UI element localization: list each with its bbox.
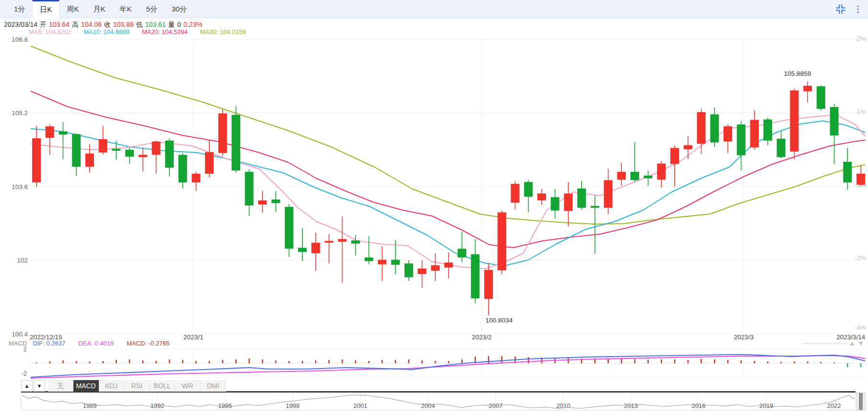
candle-body (418, 268, 427, 274)
candle-body (99, 139, 107, 153)
indicator-tab-RSI[interactable]: RSI (124, 380, 150, 392)
candle-body (763, 119, 772, 141)
candle-body (351, 240, 360, 244)
candle-body (112, 149, 120, 151)
quote-label: 收 (104, 21, 111, 28)
candle-body (617, 172, 626, 179)
macd-title: MACD (9, 340, 27, 347)
candle-body (205, 152, 214, 174)
quote-value: 104.06 (81, 21, 102, 28)
candle-body (218, 113, 227, 153)
period-tab-周K[interactable]: 周K (59, 0, 86, 18)
more-menu-icon[interactable]: ⋮ (854, 3, 862, 15)
macd-value: DEA: 0.4019 (78, 340, 114, 347)
quote-label: 高 (72, 21, 79, 28)
pct-axis-label: -4% (855, 324, 866, 331)
candle-body (790, 90, 798, 152)
candle-body (591, 206, 599, 208)
indicator-tab-MACD[interactable]: MACD (73, 380, 99, 392)
ma-value: MA30: 104.0159 (200, 28, 246, 36)
date-axis-label: 2023/3/14 (836, 334, 866, 341)
candle-body (577, 189, 586, 208)
macd-axis-label: -2 (21, 370, 27, 377)
indicator-down-button[interactable]: ▼ (34, 380, 45, 392)
candle-body (856, 174, 865, 185)
indicator-tab-无[interactable]: 无 (48, 380, 73, 392)
candle-body (298, 248, 307, 252)
quote-value: 103.64 (49, 21, 70, 28)
candle-body (245, 172, 253, 205)
candle-body (644, 176, 653, 179)
scroll-right-triangle (858, 342, 863, 346)
candle-body (165, 141, 174, 168)
candle-body (817, 86, 825, 109)
period-tab-年K[interactable]: 年K (112, 0, 139, 18)
quote-label: 量 (168, 21, 175, 28)
candle-body (404, 263, 413, 277)
period-tab-5分[interactable]: 5分 (139, 0, 164, 18)
indicator-tab-BOLL[interactable]: BOLL (150, 380, 175, 392)
price-axis-label: 106.8 (12, 36, 28, 43)
ma-value: MA20: 104.5394 (142, 28, 188, 36)
period-tab-bar: 1分日K周K月K年K5分30分 ⋮ (0, 0, 868, 18)
candle-body (498, 212, 506, 270)
timeline-year-label: 1998 (286, 402, 300, 409)
candle-body (697, 112, 706, 143)
quote-label: 开 (40, 21, 47, 28)
ma-values-row: MA5: 104.6202MA10: 104.6889MA20: 104.539… (29, 28, 258, 36)
period-tab-1分[interactable]: 1分 (7, 0, 32, 18)
candle-body (737, 124, 746, 155)
macd-value: DIF: 0.2637 (33, 340, 65, 347)
date-axis-label: 2023/3 (734, 334, 753, 341)
timeline-scrollbar-thumb[interactable] (859, 393, 863, 410)
price-annotation: 105.8859 (784, 70, 811, 77)
timeline-year-label: 1995 (218, 402, 232, 409)
indicator-tab-WR[interactable]: WR (175, 380, 201, 392)
candle-body (458, 249, 466, 257)
price-axis-label: 105.2 (12, 109, 28, 117)
period-tab-30分[interactable]: 30分 (165, 0, 194, 18)
candle-body (431, 265, 440, 271)
quote-date: 2023/03/14 (4, 21, 37, 28)
candle-body (444, 263, 453, 268)
candle-body (710, 114, 719, 142)
period-tab-日K[interactable]: 日K (32, 0, 59, 18)
trading-chart-app: 106.8105.2103.6102100.42%1%-1%-2%-4%105.… (0, 0, 868, 418)
candle-body (46, 126, 54, 138)
price-axis-label: 100.4 (12, 331, 28, 338)
candle-body (139, 155, 147, 157)
candle-body (724, 126, 732, 142)
candle-body (684, 145, 692, 150)
candle-body (630, 172, 639, 180)
candle-body (471, 254, 479, 299)
quote-value: 103.88 (113, 21, 134, 28)
candle-body (524, 182, 533, 197)
price-axis-label: 102 (17, 257, 28, 264)
top-icons: ⋮ (835, 3, 862, 15)
macd-value: MACD: -0.2765 (127, 340, 170, 347)
candle-body (537, 193, 546, 200)
date-axis-label: 2023/1 (183, 334, 203, 341)
candle-body (604, 180, 613, 208)
ma-value: MA10: 104.6889 (83, 28, 129, 36)
candle-body (232, 115, 240, 170)
timeline-year-label: 2022 (827, 402, 841, 409)
candle-body (777, 139, 785, 157)
period-tab-月K[interactable]: 月K (86, 0, 112, 18)
candle-body (152, 142, 160, 155)
candle-body (258, 201, 267, 205)
indicator-tab-DMI[interactable]: DMI (201, 380, 226, 392)
chart-canvas[interactable]: 106.8105.2103.6102100.42%1%-1%-2%-4%105.… (0, 0, 868, 418)
timeline-year-label: 2004 (421, 402, 435, 409)
candle-body (391, 260, 400, 265)
candle-body (32, 138, 41, 182)
candle-body (59, 131, 67, 135)
indicator-tab-KDJ[interactable]: KDJ (99, 380, 124, 392)
candle-body (657, 164, 666, 180)
candle-body (192, 174, 201, 182)
collapse-icon[interactable] (835, 3, 846, 15)
indicator-up-button[interactable]: ▲ (21, 380, 33, 392)
period-tabs: 1分日K周K月K年K5分30分 (0, 0, 868, 18)
candle-body (803, 86, 812, 92)
dea-line (31, 356, 865, 378)
